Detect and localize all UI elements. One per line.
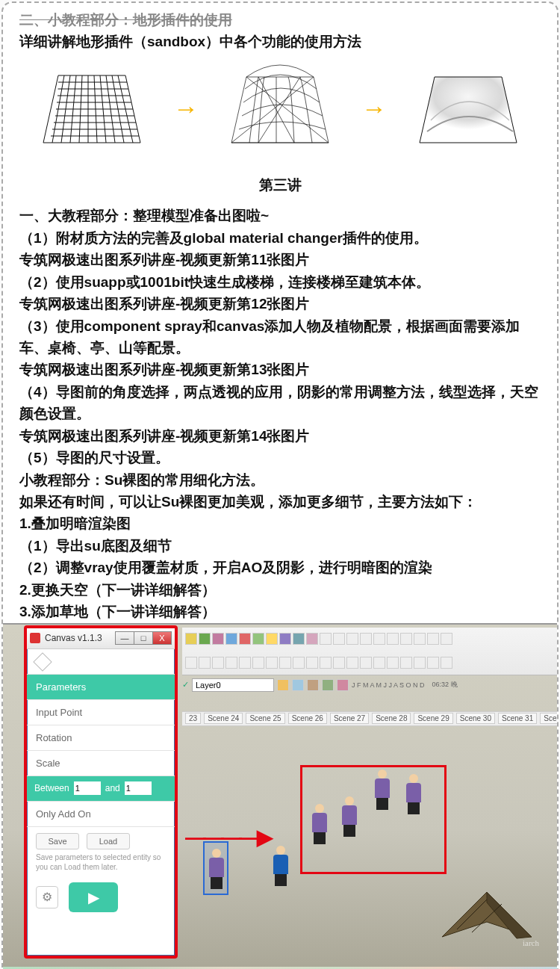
play-button[interactable]: ▶ (69, 882, 118, 912)
layer-dropdown[interactable]: Layer0 (192, 678, 274, 692)
tool-icon[interactable] (266, 657, 278, 669)
scene-tab[interactable]: Scene 30 (456, 713, 495, 724)
tool-icon[interactable] (320, 657, 332, 669)
tool-icon[interactable] (441, 633, 452, 645)
heading-small-tutorial: 二、小教程部分：地形插件的使用 (19, 9, 541, 31)
tool-icon[interactable] (360, 657, 372, 669)
tool-icon[interactable] (199, 657, 211, 669)
tool-icon[interactable] (225, 657, 237, 669)
window-maximize-button[interactable]: □ (134, 631, 153, 645)
diamond-icon[interactable] (33, 652, 52, 671)
between-input-1[interactable] (74, 781, 101, 795)
cube-icon[interactable] (277, 679, 289, 691)
window-minimize-button[interactable]: — (115, 631, 134, 645)
terrain-flat-grid (28, 61, 155, 158)
menu-scale[interactable]: Scale (27, 751, 175, 776)
watermark-iarch: iarch (523, 938, 539, 947)
terrain-smooth-shaded (405, 61, 532, 158)
tool-icon[interactable] (400, 633, 412, 645)
tool-icon[interactable] (346, 633, 358, 645)
tool-icon[interactable] (252, 633, 264, 645)
save-button[interactable]: Save (36, 833, 79, 849)
tool-icon[interactable] (306, 633, 318, 645)
tool-icon[interactable] (266, 633, 278, 645)
canvas-top-bar (27, 649, 175, 675)
page-frame: 二、小教程部分：地形插件的使用 详细讲解地形插件（sandbox）中各个功能的使… (1, 1, 559, 969)
lecture-3-title: 第三讲 (19, 174, 541, 196)
tool-icon[interactable] (239, 633, 251, 645)
tool-icon[interactable] (293, 657, 305, 669)
para: （1）导出su底图及细节 (19, 535, 541, 557)
scene-tab[interactable]: Scene 28 (372, 713, 411, 724)
scene-tab[interactable]: Scene 25 (246, 713, 284, 724)
person-figure-blue (270, 846, 291, 886)
scene-tab[interactable]: Scene 26 (288, 713, 327, 724)
toolbar-row-2 (182, 651, 557, 675)
load-button[interactable]: Load (87, 833, 130, 849)
sketchup-screenshot: ✓ Layer0 J F M A M J J A S O N D 06:32 晚… (3, 623, 557, 967)
tool-icon[interactable] (333, 657, 345, 669)
between-and: and (105, 783, 120, 793)
tool-icon[interactable] (360, 633, 372, 645)
para: 专筑网极速出图系列讲座-视频更新第14张图片 (19, 425, 541, 447)
menu-parameters[interactable]: Parameters (27, 675, 175, 700)
tool-icon[interactable] (306, 657, 318, 669)
scene-tab[interactable]: Scene 31 (498, 713, 537, 724)
cube-icon[interactable] (322, 679, 334, 691)
tool-icon[interactable] (199, 633, 211, 645)
cube-icon[interactable] (337, 679, 349, 691)
save-load-row: Save Load (27, 827, 175, 852)
scene-tab[interactable]: Scene 29 (414, 713, 452, 724)
para: （5）导图的尺寸设置。 (19, 447, 541, 468)
gear-icon[interactable]: ⚙ (36, 886, 58, 908)
tool-icon[interactable] (346, 657, 358, 669)
menu-rotation[interactable]: Rotation (27, 725, 175, 751)
menu-only-add-on[interactable]: Only Add On (27, 802, 175, 827)
para: 1.叠加明暗渲染图 (19, 513, 541, 534)
cube-icon[interactable] (292, 679, 304, 691)
tool-icon[interactable] (427, 657, 439, 669)
window-close-button[interactable]: X (152, 631, 172, 645)
scene-tab[interactable]: Scene 24 (204, 713, 243, 724)
tool-icon[interactable] (293, 633, 305, 645)
para: 专筑网极速出图系列讲座-视频更新第12张图片 (19, 293, 541, 315)
tool-icon[interactable] (400, 657, 412, 669)
tool-icon[interactable] (414, 633, 426, 645)
layer-value: Layer0 (196, 681, 221, 690)
time-label: 06:32 晚 (432, 680, 458, 690)
tool-icon[interactable] (414, 657, 426, 669)
tool-icon[interactable] (185, 633, 197, 645)
tool-icon[interactable] (185, 657, 197, 669)
tool-icon[interactable] (387, 633, 399, 645)
cube-icon[interactable] (307, 679, 319, 691)
menu-input-point[interactable]: Input Point (27, 700, 175, 725)
tool-icon[interactable] (333, 633, 345, 645)
between-input-2[interactable] (125, 781, 152, 795)
tool-icon[interactable] (441, 657, 452, 669)
document-body: 二、小教程部分：地形插件的使用 详细讲解地形插件（sandbox）中各个功能的使… (3, 3, 557, 53)
tool-icon[interactable] (373, 633, 385, 645)
person-figure-selected[interactable] (206, 849, 227, 889)
tool-icon[interactable] (387, 657, 399, 669)
tool-icon[interactable] (225, 633, 237, 645)
scene-tab[interactable]: Scene 32 (540, 713, 557, 724)
tool-icon[interactable] (373, 657, 385, 669)
para: 专筑网极速出图系列讲座-视频更新第13张图片 (19, 359, 541, 380)
canvas-titlebar[interactable]: Canvas v1.1.3 — □ X (27, 628, 175, 649)
canvas-plugin-window[interactable]: Canvas v1.1.3 — □ X Parameters Input Poi… (24, 625, 178, 959)
scene-tab[interactable]: 23 (185, 713, 201, 724)
layer-check-icon: ✓ (182, 680, 189, 690)
tool-icon[interactable] (239, 657, 251, 669)
scene-tab[interactable]: Scene 27 (330, 713, 369, 724)
tool-icon[interactable] (279, 657, 291, 669)
layer-selector-row: ✓ Layer0 J F M A M J J A S O N D 06:32 晚 (182, 677, 458, 693)
tool-icon[interactable] (252, 657, 264, 669)
help-text: Save parameters to selected entity so yo… (27, 852, 175, 878)
tool-icon[interactable] (279, 633, 291, 645)
para: （3）使用component spray和canvas添加人物及植物配景，根据画… (19, 315, 541, 359)
tool-icon[interactable] (320, 633, 332, 645)
tool-icon[interactable] (212, 657, 224, 669)
tool-icon[interactable] (212, 633, 224, 645)
tool-icon[interactable] (427, 633, 439, 645)
para: 2.更换天空（下一讲详细解答） (19, 579, 541, 601)
